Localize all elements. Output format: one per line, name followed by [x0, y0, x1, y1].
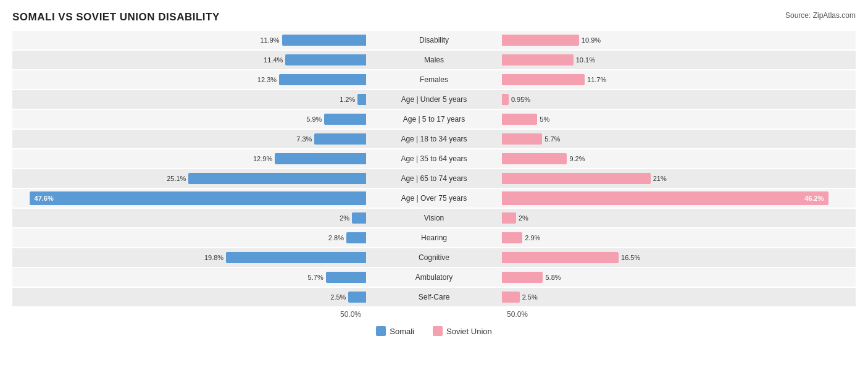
chart-row: 19.8%Cognitive16.5% [12, 248, 856, 267]
pink-bar [502, 114, 537, 125]
right-section: 11.7% [502, 70, 856, 89]
axis-right: 50.0% [502, 310, 856, 319]
pink-bar [502, 94, 509, 105]
blue-value: 2.5% [330, 293, 346, 301]
pink-bar [502, 232, 522, 243]
left-section: 11.4% [12, 51, 366, 69]
blue-value: 11.9% [260, 36, 279, 44]
row-label: Disability [366, 36, 502, 44]
pink-value: 11.7% [587, 76, 606, 83]
right-section: 16.5% [502, 248, 856, 267]
legend-somali: Somali [376, 326, 414, 336]
row-label: Age | 18 to 34 years [366, 135, 502, 143]
row-label: Age | 35 to 64 years [366, 154, 502, 163]
blue-value-full: 47.6% [35, 195, 54, 202]
chart-row: 2%Vision2% [12, 209, 856, 227]
pink-value: 16.5% [621, 254, 640, 261]
blue-bar [279, 74, 366, 85]
chart-row: 11.4%Males10.1% [12, 51, 856, 69]
pink-bar [502, 35, 579, 46]
blue-bar [326, 272, 366, 283]
pink-value: 5.8% [545, 274, 561, 281]
blue-value: 7.3% [296, 135, 312, 143]
row-label: Males [366, 56, 502, 64]
left-section: 11.9% [12, 31, 366, 49]
chart-row: 5.7%Ambulatory5.8% [12, 268, 856, 287]
left-section: 5.9% [12, 110, 366, 128]
blue-value: 25.1% [167, 175, 186, 182]
blue-value: 12.9% [253, 155, 272, 162]
blue-value: 2% [340, 214, 349, 222]
chart-row: 25.1%Age | 65 to 74 years21% [12, 169, 856, 188]
right-section: 2.5% [502, 288, 856, 306]
right-section: 2.9% [502, 229, 856, 247]
chart-row: 5.9%Age | 5 to 17 years5% [12, 110, 856, 128]
right-section: 0.95% [502, 90, 856, 109]
blue-bar [275, 153, 366, 164]
blue-bar [352, 212, 366, 224]
right-section: 10.9% [502, 31, 856, 49]
pink-bar [502, 212, 516, 224]
blue-bar [346, 232, 366, 243]
chart-area: 11.9%Disability10.9%11.4%Males10.1%12.3%… [12, 31, 856, 306]
left-section: 12.9% [12, 149, 366, 168]
left-section: 25.1% [12, 169, 366, 188]
chart-title: SOMALI VS SOVIET UNION DISABILITY [12, 11, 220, 23]
blue-value: 2.8% [328, 234, 344, 242]
left-section: 2.8% [12, 229, 366, 247]
blue-value: 5.7% [308, 274, 323, 281]
left-section: 2% [12, 209, 366, 227]
pink-bar [502, 173, 651, 184]
pink-bar [502, 252, 619, 263]
pink-value: 10.9% [582, 36, 601, 44]
chart-row: 7.3%Age | 18 to 34 years5.7% [12, 130, 856, 148]
chart-row: 47.6%Age | Over 75 years46.2% [12, 189, 856, 208]
row-label: Self-Care [366, 293, 502, 301]
pink-bar [502, 272, 543, 283]
blue-value: 11.4% [264, 56, 283, 64]
blue-bar [314, 133, 366, 145]
pink-bar [502, 292, 520, 303]
chart-row: 1.2%Age | Under 5 years0.95% [12, 90, 856, 109]
pink-value: 9.2% [569, 155, 585, 162]
pink-value: 0.95% [511, 96, 530, 103]
legend-soviet-color [433, 326, 443, 336]
pink-bar [502, 153, 567, 164]
blue-bar [188, 173, 366, 184]
chart-legend: Somali Soviet Union [12, 326, 856, 336]
chart-row: 11.9%Disability10.9% [12, 31, 856, 49]
pink-bar [502, 74, 585, 85]
right-section: 5% [502, 110, 856, 128]
chart-source: Source: ZipAtlas.com [785, 11, 856, 20]
right-section: 5.7% [502, 130, 856, 148]
blue-value: 19.8% [204, 254, 223, 261]
axis-left: 50.0% [12, 310, 366, 319]
blue-bar-full: 47.6% [30, 191, 366, 205]
pink-value: 2.5% [522, 293, 538, 301]
row-label: Ambulatory [366, 273, 502, 282]
legend-soviet-label: Soviet Union [446, 327, 492, 336]
axis-row: 50.0% 50.0% [12, 308, 856, 321]
row-label: Cognitive [366, 253, 502, 262]
legend-somali-color [376, 326, 386, 336]
blue-bar [226, 252, 366, 263]
chart-row: 2.5%Self-Care2.5% [12, 288, 856, 306]
right-section: 5.8% [502, 268, 856, 287]
row-label: Females [366, 75, 502, 84]
blue-value: 12.3% [257, 76, 277, 83]
right-section: 2% [502, 209, 856, 227]
right-section: 10.1% [502, 51, 856, 69]
legend-somali-label: Somali [390, 327, 414, 336]
right-section: 46.2% [502, 189, 856, 208]
pink-value: 10.1% [576, 56, 595, 64]
pink-value: 5.7% [545, 135, 560, 143]
right-section: 9.2% [502, 149, 856, 168]
left-section: 47.6% [12, 189, 366, 208]
pink-bar-full: 46.2% [502, 191, 828, 205]
left-section: 5.7% [12, 268, 366, 287]
left-section: 12.3% [12, 70, 366, 89]
blue-value: 5.9% [306, 116, 322, 123]
pink-bar [502, 54, 574, 65]
chart-header: SOMALI VS SOVIET UNION DISABILITY Source… [12, 11, 856, 23]
legend-soviet: Soviet Union [433, 326, 492, 336]
